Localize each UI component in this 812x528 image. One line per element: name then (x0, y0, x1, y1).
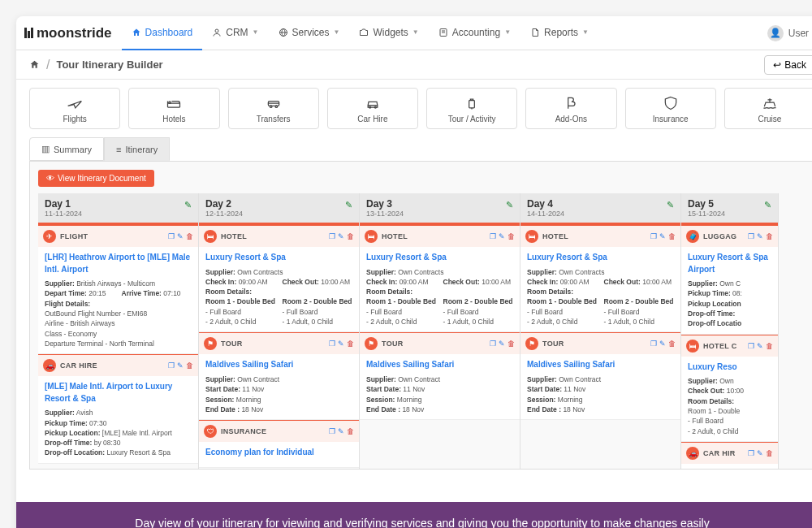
category-hotels[interactable]: Hotels (128, 88, 219, 129)
edit-icon[interactable]: ✎ (506, 200, 513, 210)
day-columns: Day 1 11-11-2024 ✎ ✈ FLIGHT ❐ ✎ 🗑 [LHR] … (38, 193, 806, 470)
edit-icon[interactable]: ✎ (177, 361, 184, 370)
copy-icon[interactable]: ❐ (748, 449, 754, 457)
breadcrumb-bar: / Tour Itinerary Builder ↩ Back (16, 50, 812, 80)
delete-icon[interactable]: 🗑 (347, 340, 354, 348)
nav-dashboard[interactable]: Dashboard (122, 16, 203, 50)
delete-icon[interactable]: 🗑 (668, 232, 676, 240)
service-actions: ❐ ✎ 🗑 (650, 232, 676, 240)
service-title[interactable]: Luxury Reso (688, 361, 771, 374)
service-title[interactable]: [LHR] Heathrow Airport to [MLE] Male Int… (45, 252, 192, 275)
nav-icon (279, 28, 288, 37)
nav-accounting[interactable]: Accounting▼ (429, 16, 520, 50)
delete-icon[interactable]: 🗑 (508, 340, 515, 348)
nav-widgets[interactable]: Widgets▼ (349, 16, 428, 50)
copy-icon[interactable]: ❐ (650, 232, 657, 240)
edit-icon[interactable]: ✎ (338, 427, 344, 435)
service-title[interactable]: Luxury Resort & Spa Airport (688, 252, 771, 275)
service-body: Luxury Reso Supplier: OwnCheck Out: 10:0… (681, 357, 778, 441)
delete-icon[interactable]: 🗑 (347, 427, 354, 435)
category-icon (132, 95, 215, 111)
service-actions: ❐ ✎ 🗑 (748, 342, 773, 350)
edit-icon[interactable]: ✎ (345, 200, 352, 210)
day-date: 14-11-2024 (527, 210, 674, 218)
itinerary-board: 👁 View Itinerary Document Day 1 11-11-20… (29, 161, 812, 470)
delete-icon[interactable]: 🗑 (186, 361, 193, 370)
category-transfers[interactable]: Transfers (228, 88, 319, 129)
service-title[interactable]: Economy plan for Individual (205, 447, 352, 459)
edit-icon[interactable]: ✎ (757, 449, 763, 457)
category-add-ons[interactable]: Add-Ons (525, 88, 616, 129)
copy-icon[interactable]: ❐ (490, 232, 496, 240)
service-title[interactable]: Maldives Sailing Safari (527, 359, 674, 371)
category-icon (629, 95, 712, 111)
bed-icon: 🛏 (365, 230, 378, 243)
delete-icon[interactable]: 🗑 (668, 340, 676, 348)
copy-icon[interactable]: ❐ (329, 427, 335, 435)
edit-icon[interactable]: ✎ (499, 232, 505, 240)
day-column: Day 2 12-11-2024 ✎ 🛏 HOTEL ❐ ✎ 🗑 Luxury … (199, 193, 360, 470)
service-card: ⚑ TOUR ❐ ✎ 🗑 Maldives Sailing Safari Sup… (360, 332, 520, 420)
service-body (681, 464, 778, 470)
service-type: TOUR (382, 340, 404, 348)
category-flights[interactable]: Flights (29, 88, 120, 129)
copy-icon[interactable]: ❐ (748, 342, 754, 350)
delete-icon[interactable]: 🗑 (508, 232, 515, 240)
edit-icon[interactable]: ✎ (757, 342, 763, 350)
nav-reports[interactable]: Reports▼ (520, 16, 598, 50)
day-date: 13-11-2024 (366, 210, 513, 218)
nav-services[interactable]: Services▼ (269, 16, 350, 50)
category-tour-activity[interactable]: Tour / Activity (426, 88, 517, 129)
edit-icon[interactable]: ✎ (764, 200, 771, 210)
day-header: Day 3 13-11-2024 ✎ (360, 193, 520, 224)
service-title[interactable]: Maldives Sailing Safari (205, 359, 352, 371)
edit-icon[interactable]: ✎ (659, 232, 666, 240)
delete-icon[interactable]: 🗑 (186, 232, 193, 240)
copy-icon[interactable]: ❐ (650, 340, 657, 348)
service-header: 🛡 INSURANCE ❐ ✎ 🗑 (199, 420, 359, 442)
service-title[interactable]: [MLE] Male Intl. Airport to Luxury Resor… (45, 381, 192, 405)
edit-icon[interactable]: ✎ (177, 232, 184, 240)
service-actions: ❐ ✎ 🗑 (329, 340, 354, 348)
eye-icon: 👁 (46, 174, 54, 183)
edit-icon[interactable]: ✎ (499, 340, 505, 348)
service-card: 🧳 LUGGAG ❐ ✎ 🗑 Luxury Resort & Spa Airpo… (681, 224, 778, 335)
edit-icon[interactable]: ✎ (184, 200, 192, 210)
day-date: 12-11-2024 (205, 210, 352, 218)
copy-icon[interactable]: ❐ (490, 340, 496, 348)
service-title[interactable]: Maldives Sailing Safari (366, 359, 513, 371)
service-body: [LHR] Heathrow Airport to [MLE] Male Int… (38, 247, 198, 353)
view-itinerary-doc-button[interactable]: 👁 View Itinerary Document (38, 170, 154, 187)
category-cruise[interactable]: Cruise (724, 88, 812, 129)
edit-icon[interactable]: ✎ (757, 232, 763, 240)
copy-icon[interactable]: ❐ (168, 232, 175, 240)
category-icon (331, 95, 414, 111)
copy-icon[interactable]: ❐ (748, 232, 754, 240)
nav-icon (212, 28, 222, 37)
home-icon[interactable] (29, 59, 40, 70)
category-icon (33, 95, 116, 111)
edit-icon[interactable]: ✎ (338, 340, 344, 348)
tab-itinerary[interactable]: ≡Itinerary (104, 137, 170, 161)
edit-icon[interactable]: ✎ (338, 232, 344, 240)
tab-summary[interactable]: ▥Summary (29, 137, 104, 161)
category-insurance[interactable]: Insurance (625, 88, 716, 129)
copy-icon[interactable]: ❐ (168, 361, 175, 370)
edit-icon[interactable]: ✎ (667, 200, 674, 210)
user-menu[interactable]: 👤 User ▼ (767, 25, 812, 41)
service-title[interactable]: Luxury Resort & Spa (205, 252, 352, 264)
service-title[interactable]: Luxury Resort & Spa (366, 252, 513, 264)
back-button[interactable]: ↩ Back (764, 55, 812, 75)
delete-icon[interactable]: 🗑 (347, 232, 354, 240)
delete-icon[interactable]: 🗑 (766, 449, 773, 457)
category-car-hire[interactable]: Car Hire (327, 88, 418, 129)
edit-icon[interactable]: ✎ (659, 340, 666, 348)
service-title[interactable]: Luxury Resort & Spa (527, 252, 674, 264)
copy-icon[interactable]: ❐ (329, 232, 335, 240)
service-card: 🛏 HOTEL ❐ ✎ 🗑 Luxury Resort & Spa Suppli… (520, 224, 680, 332)
nav-crm[interactable]: CRM▼ (202, 16, 268, 50)
copy-icon[interactable]: ❐ (329, 340, 335, 348)
service-actions: ❐ ✎ 🗑 (168, 361, 193, 370)
delete-icon[interactable]: 🗑 (766, 342, 773, 350)
delete-icon[interactable]: 🗑 (766, 232, 773, 240)
